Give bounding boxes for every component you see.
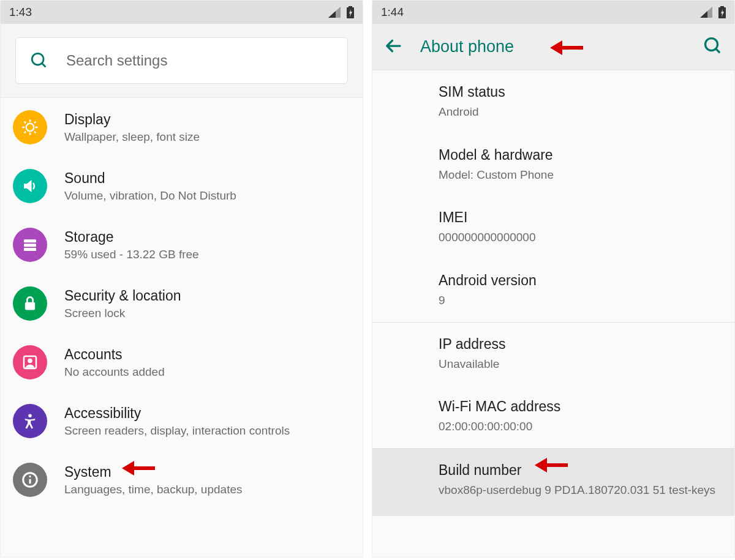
settings-item-title: System xyxy=(64,464,242,480)
info-icon xyxy=(13,463,47,497)
display-icon xyxy=(13,110,47,144)
settings-item-sub: Screen readers, display, interaction con… xyxy=(64,424,290,438)
search-button[interactable] xyxy=(704,37,722,58)
status-bar: 1:44 xyxy=(372,1,734,24)
appbar-title: About phone xyxy=(420,37,514,56)
settings-item-text: Display Wallpaper, sleep, font size xyxy=(64,111,200,144)
settings-item-sub: Screen lock xyxy=(64,307,181,320)
svg-point-8 xyxy=(28,359,32,364)
settings-item-sub: No accounts added xyxy=(64,365,165,379)
svg-point-9 xyxy=(28,414,32,418)
status-time: 1:43 xyxy=(9,6,32,19)
svg-rect-3 xyxy=(24,239,36,242)
back-arrow-icon xyxy=(385,37,403,55)
info-item-sub: 000000000000000 xyxy=(439,230,721,245)
svg-rect-14 xyxy=(720,6,724,8)
svg-rect-6 xyxy=(25,302,35,310)
settings-item-sub: 59% used - 13.22 GB free xyxy=(64,248,199,261)
settings-item-title: Accounts xyxy=(64,346,165,363)
info-item-title: IMEI xyxy=(439,209,721,226)
settings-item-storage[interactable]: Storage 59% used - 13.22 GB free xyxy=(1,215,363,274)
settings-item-text: Accessibility Screen readers, display, i… xyxy=(64,405,290,438)
svg-rect-4 xyxy=(24,244,36,247)
signal-icon xyxy=(700,7,712,18)
battery-charging-icon xyxy=(347,6,354,18)
info-item-imei[interactable]: IMEI 000000000000000 xyxy=(372,196,734,259)
search-card[interactable] xyxy=(15,37,348,84)
info-item-title: Android version xyxy=(439,272,721,289)
settings-item-sub: Languages, time, backup, updates xyxy=(64,483,242,496)
status-indicators xyxy=(700,6,726,18)
battery-charging-icon xyxy=(718,6,726,18)
status-indicators xyxy=(328,6,354,18)
settings-screen: 1:43 Display Wallpaper, sleep, font size xyxy=(0,0,363,558)
info-item-sub: Model: Custom Phone xyxy=(439,167,721,183)
settings-item-title: Sound xyxy=(64,170,236,187)
info-item-sub: Android xyxy=(439,104,721,120)
lock-icon xyxy=(13,286,47,321)
info-item-title: Build number xyxy=(439,462,721,479)
info-item-title: Model & hardware xyxy=(439,147,721,163)
svg-rect-1 xyxy=(349,6,352,8)
svg-point-12 xyxy=(29,476,31,477)
settings-item-sub: Volume, vibration, Do Not Disturb xyxy=(64,189,236,203)
status-time: 1:44 xyxy=(381,6,404,19)
search-icon xyxy=(704,37,722,55)
info-item-sub: 9 xyxy=(439,293,721,308)
settings-item-title: Storage xyxy=(64,229,199,245)
search-icon xyxy=(31,52,48,69)
status-bar: 1:43 xyxy=(1,1,363,24)
info-item-ip-address[interactable]: IP address Unavailable xyxy=(372,323,734,386)
settings-item-accounts[interactable]: Accounts No accounts added xyxy=(1,333,363,392)
sound-icon xyxy=(13,169,47,203)
info-item-sub: Unavailable xyxy=(439,356,721,372)
settings-item-text: System Languages, time, backup, updates xyxy=(64,464,242,496)
signal-icon xyxy=(328,7,341,18)
settings-item-text: Accounts No accounts added xyxy=(64,346,165,379)
settings-item-text: Security & location Screen lock xyxy=(64,288,181,320)
svg-point-2 xyxy=(26,124,34,132)
settings-item-display[interactable]: Display Wallpaper, sleep, font size xyxy=(1,98,363,157)
info-item-title: Wi-Fi MAC address xyxy=(439,398,721,415)
settings-item-accessibility[interactable]: Accessibility Screen readers, display, i… xyxy=(1,392,363,450)
annotation-arrow xyxy=(550,39,583,57)
accessibility-icon xyxy=(13,404,47,438)
search-container xyxy=(1,24,363,98)
svg-rect-5 xyxy=(24,248,36,251)
info-item-wifi-mac[interactable]: Wi-Fi MAC address 02:00:00:00:00:00 xyxy=(372,385,734,448)
about-phone-screen: 1:44 About phone SIM status Android Mode… xyxy=(372,0,735,558)
storage-icon xyxy=(13,228,47,262)
info-item-sim-status[interactable]: SIM status Android xyxy=(372,70,734,133)
settings-item-title: Accessibility xyxy=(64,405,290,422)
settings-item-system[interactable]: System Languages, time, backup, updates xyxy=(1,450,363,509)
settings-item-security[interactable]: Security & location Screen lock xyxy=(1,274,363,333)
settings-list: Display Wallpaper, sleep, font size Soun… xyxy=(1,98,363,509)
info-item-title: SIM status xyxy=(439,84,721,100)
accounts-icon xyxy=(13,345,47,379)
info-item-sub: vbox86p-userdebug 9 PD1A.180720.031 51 t… xyxy=(439,482,721,498)
back-button[interactable] xyxy=(385,37,403,58)
info-item-model-hardware[interactable]: Model & hardware Model: Custom Phone xyxy=(372,133,734,196)
settings-item-sound[interactable]: Sound Volume, vibration, Do Not Disturb xyxy=(1,157,363,215)
info-item-sub: 02:00:00:00:00:00 xyxy=(439,419,721,435)
search-input[interactable] xyxy=(66,52,333,69)
appbar: About phone xyxy=(372,24,734,70)
settings-item-text: Storage 59% used - 13.22 GB free xyxy=(64,229,199,261)
settings-item-sub: Wallpaper, sleep, font size xyxy=(64,130,200,144)
about-list: SIM status Android Model & hardware Mode… xyxy=(372,70,734,516)
settings-item-text: Sound Volume, vibration, Do Not Disturb xyxy=(64,170,236,203)
info-item-build-number[interactable]: Build number vbox86p-userdebug 9 PD1A.18… xyxy=(372,449,734,517)
settings-item-title: Display xyxy=(64,111,200,128)
info-item-android-version[interactable]: Android version 9 xyxy=(372,259,734,322)
settings-item-title: Security & location xyxy=(64,288,181,304)
info-item-title: IP address xyxy=(439,336,721,353)
